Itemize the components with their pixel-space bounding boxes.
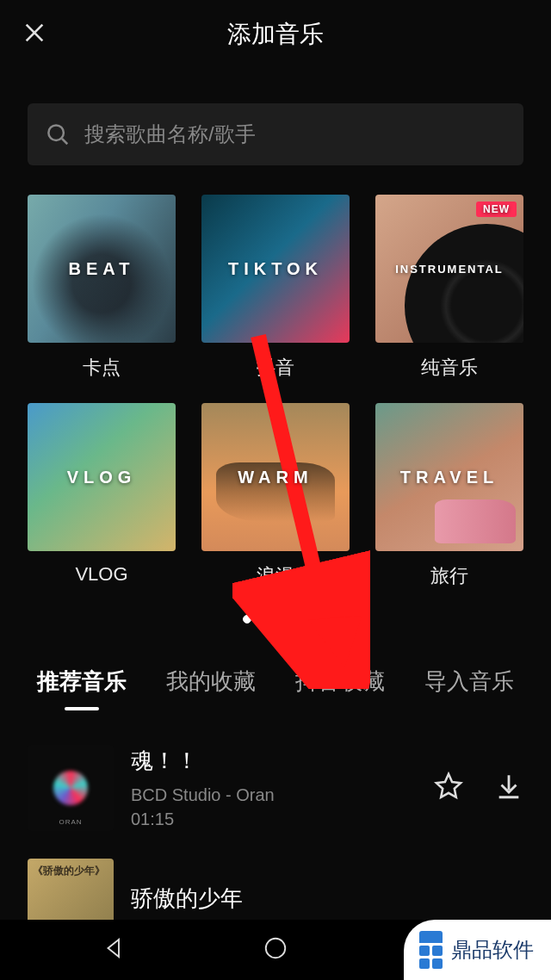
track-info: 魂！！BCD Studio - Oran01:15 [131, 746, 417, 831]
category-卡点[interactable]: BEAT卡点 [28, 195, 176, 381]
track-actions [434, 772, 523, 804]
download-icon [494, 772, 523, 801]
category-overlay-text: BEAT [69, 259, 135, 279]
track-thumbnail [28, 745, 114, 831]
category-label: 纯音乐 [375, 355, 523, 381]
search-input[interactable]: 搜索歌曲名称/歌手 [28, 103, 523, 165]
category-thumbnail: TRAVEL [375, 403, 523, 551]
favorite-button[interactable] [434, 772, 463, 804]
track-row[interactable]: 魂！！BCD Studio - Oran01:15 [28, 731, 523, 845]
category-thumbnail: BEAT [28, 195, 176, 343]
category-抖音[interactable]: TIKTOK抖音 [201, 195, 350, 381]
download-button[interactable] [494, 772, 523, 804]
circle-home-icon [263, 935, 288, 961]
svg-point-0 [48, 125, 64, 140]
svg-point-1 [266, 939, 286, 958]
category-浪漫[interactable]: WARM浪漫 [201, 403, 350, 589]
pager-dot[interactable] [281, 615, 289, 623]
close-button[interactable] [21, 19, 48, 50]
category-label: 抖音 [201, 355, 350, 381]
track-duration: 01:15 [131, 807, 417, 831]
nav-back-button[interactable] [102, 935, 127, 964]
category-label: 浪漫 [201, 563, 350, 589]
category-纯音乐[interactable]: INSTRUMENTALNEW纯音乐 [375, 195, 523, 381]
close-icon [21, 19, 48, 47]
category-旅行[interactable]: TRAVEL旅行 [375, 403, 523, 589]
new-badge: NEW [476, 202, 517, 217]
track-title: 魂！！ [131, 746, 417, 776]
category-overlay-text: INSTRUMENTAL [395, 263, 504, 276]
category-label: 旅行 [375, 563, 523, 589]
search-placeholder: 搜索歌曲名称/歌手 [84, 121, 256, 148]
pager-dot[interactable] [300, 615, 308, 623]
category-grid: BEAT卡点TIKTOK抖音INSTRUMENTALNEW纯音乐VLOGVLOG… [0, 195, 551, 589]
page-indicator [0, 615, 551, 623]
watermark: 鼎品软件 [404, 920, 551, 980]
category-overlay-text: TRAVEL [400, 468, 499, 487]
watermark-logo-icon [419, 931, 443, 969]
category-thumbnail: INSTRUMENTALNEW [375, 195, 523, 343]
search-icon [45, 121, 71, 147]
category-thumbnail: WARM [201, 403, 350, 551]
pager-dot[interactable] [243, 615, 251, 623]
track-title: 骄傲的少年 [131, 884, 506, 914]
star-icon [434, 772, 463, 801]
category-overlay-text: WARM [238, 468, 313, 487]
track-artist: BCD Studio - Oran [131, 783, 417, 807]
track-info: 骄傲的少年 [131, 884, 506, 921]
page-title: 添加音乐 [21, 18, 530, 51]
category-label: VLOG [28, 563, 176, 586]
tab-抖音收藏[interactable]: 抖音收藏 [290, 658, 390, 705]
tab-我的收藏[interactable]: 我的收藏 [161, 658, 261, 705]
nav-home-button[interactable] [263, 935, 288, 964]
tabs: 推荐音乐我的收藏抖音收藏导入音乐 [0, 658, 551, 705]
tab-推荐音乐[interactable]: 推荐音乐 [32, 658, 132, 705]
category-overlay-text: VLOG [67, 468, 137, 487]
category-VLOG[interactable]: VLOGVLOG [28, 403, 176, 589]
triangle-back-icon [102, 935, 127, 961]
pager-dot[interactable] [262, 615, 270, 623]
watermark-text: 鼎品软件 [451, 936, 534, 964]
tab-导入音乐[interactable]: 导入音乐 [419, 658, 519, 705]
category-thumbnail: VLOG [28, 403, 176, 551]
category-thumbnail: TIKTOK [201, 195, 350, 343]
category-overlay-text: TIKTOK [228, 259, 323, 279]
category-label: 卡点 [28, 355, 176, 381]
